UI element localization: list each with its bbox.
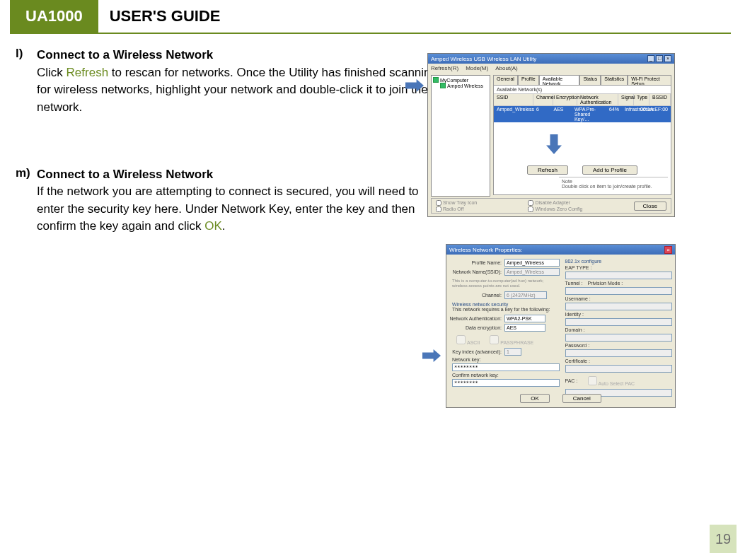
maximize-icon[interactable]: □	[656, 55, 663, 62]
eap-type-select	[565, 272, 673, 279]
note-title: Note	[562, 179, 665, 184]
checkbox-icon[interactable]	[436, 200, 441, 206]
row-channel: 6	[533, 106, 550, 122]
menu-about[interactable]: About(A)	[495, 65, 518, 71]
pac-label: PAC :	[565, 378, 582, 383]
tree-child: Amped Wireless	[447, 83, 483, 88]
security-section-title: Wireless network security	[449, 301, 560, 307]
identity-label: Identity :	[562, 312, 605, 317]
section-l-label: l)	[14, 47, 37, 61]
chk-radio-off[interactable]: Radio Off	[436, 206, 477, 212]
computer-icon	[433, 77, 439, 83]
properties-title: Wireless Network Properties:	[449, 247, 522, 253]
ssid-label: Network Name(SSID):	[449, 269, 504, 274]
row-enc: AES	[550, 106, 571, 122]
username-label: Username :	[562, 296, 605, 301]
domain-label: Domain :	[562, 327, 605, 332]
close-icon[interactable]: ×	[664, 55, 671, 62]
network-key-input[interactable]: ********	[452, 363, 560, 371]
minimize-icon[interactable]: _	[647, 55, 654, 62]
checkbox-icon[interactable]	[528, 200, 533, 206]
ok-word: OK	[204, 219, 222, 233]
tunnel-label: Tunnel :	[562, 281, 587, 286]
refresh-button[interactable]: Refresh	[527, 165, 568, 175]
network-key-label: Network key:	[449, 357, 560, 362]
section-m-text-2: .	[222, 219, 226, 233]
panel-note: Note Double click on item to join/create…	[559, 177, 668, 190]
row-signal: 64%	[606, 106, 622, 122]
menu-mode[interactable]: Mode(M)	[466, 65, 488, 71]
note-text: Double click on item to join/create prof…	[562, 184, 665, 189]
utility-title: Amped Wireless USB Wireless LAN Utility	[431, 56, 536, 62]
section-l-title: Connect to a Wireless Network	[37, 47, 447, 64]
security-req-text: This network requires a key for the foll…	[449, 307, 560, 313]
tree-root: MyComputer	[440, 78, 468, 83]
auth-select[interactable]: WPA2-PSK	[504, 315, 545, 322]
profile-name-label: Profile Name:	[449, 260, 504, 265]
channel-select: 6 (2437MHz)	[504, 291, 547, 299]
username-input	[565, 303, 673, 310]
screenshot-properties-dialog: Wireless Network Properties: × Profile N…	[446, 244, 676, 408]
tab-profile[interactable]: Profile	[518, 75, 539, 85]
provision-label: Privision Mode :	[588, 281, 628, 286]
enc-select[interactable]: AES	[504, 324, 545, 332]
row-ssid: Amped_Wireless	[494, 106, 533, 122]
ssid-input: Amped_Wireless	[504, 268, 560, 276]
available-network-panel: Available Network(s) SSID Channel Encryp…	[493, 85, 671, 195]
network-list-header: SSID Channel Encryption Network Authenti…	[494, 93, 671, 106]
col-encryption: Encryption	[553, 94, 577, 105]
chk-zero-config[interactable]: Windows Zero Config	[528, 206, 582, 212]
tab-available-network[interactable]: Available Network	[539, 75, 580, 85]
properties-left-column: Profile Name:Amped_Wireless Network Name…	[449, 257, 560, 387]
checkbox-icon[interactable]	[436, 206, 441, 212]
brand-badge: UA1000	[10, 0, 98, 33]
ok-button[interactable]: OK	[520, 394, 550, 403]
tab-general[interactable]: General	[493, 75, 518, 85]
utility-bottom-bar: Show Tray Icon Radio Off Disable Adapter…	[431, 198, 671, 214]
section-m-label: m)	[14, 166, 37, 180]
device-tree[interactable]: MyComputer Amped Wireless	[431, 75, 490, 197]
tab-status[interactable]: Status	[579, 75, 601, 85]
password-label: Password :	[562, 343, 605, 348]
cancel-button[interactable]: Cancel	[562, 394, 601, 403]
chk-disable-adapter[interactable]: Disable Adapter	[528, 200, 582, 206]
properties-titlebar: Wireless Network Properties: ×	[446, 245, 675, 255]
identity-input	[565, 318, 673, 326]
col-bssid: BSSID	[649, 94, 671, 105]
menu-refresh[interactable]: Refresh(R)	[431, 65, 458, 71]
col-auth: Network Authentication	[577, 94, 618, 105]
network-row-selected[interactable]: Amped_Wireless 6 AES WPA Pre-Shared Key/…	[494, 106, 671, 122]
col-signal: Signal	[618, 94, 634, 105]
auth-label: Network Authentication:	[449, 316, 504, 321]
profile-name-input[interactable]: Amped_Wireless	[504, 259, 560, 267]
section-m-title: Connect to a Wireless Network	[37, 166, 447, 184]
enc-label: Data encryption:	[449, 325, 504, 330]
chk-show-tray[interactable]: Show Tray Icon	[436, 200, 477, 206]
guide-title: USER'S GUIDE	[98, 0, 232, 33]
page-header: UA1000 USER'S GUIDE	[10, 0, 731, 34]
confirm-key-label: Confirm network key:	[449, 373, 560, 378]
8021x-title: 802.1x configure	[562, 257, 673, 264]
tab-statistics[interactable]: Statistics	[601, 75, 628, 85]
utility-tabs: General Profile Available Network Status…	[493, 75, 671, 85]
checkbox-icon[interactable]	[528, 206, 533, 212]
tab-wps[interactable]: Wi-Fi Protect Setup	[628, 75, 671, 85]
window-buttons: _ □ ×	[647, 55, 671, 62]
tunnel-select	[565, 287, 673, 295]
key-index-select: 1	[504, 348, 521, 356]
utility-titlebar: Amped Wireless USB Wireless LAN Utility …	[428, 54, 674, 64]
add-to-profile-button[interactable]: Add to Profile	[582, 165, 637, 175]
close-button[interactable]: Close	[634, 202, 666, 211]
section-l-text-1: Click	[37, 66, 67, 79]
key-index-label: Key index (advanced):	[449, 349, 504, 354]
properties-right-column: 802.1x configure EAP TYPE : Tunnel : Pri…	[562, 257, 673, 387]
col-ssid: SSID	[494, 94, 533, 105]
utility-menubar: Refresh(R) Mode(M) About(A)	[428, 64, 674, 73]
confirm-key-input[interactable]: ********	[452, 379, 560, 387]
page-number: 19	[710, 525, 737, 553]
row-auth: WPA Pre-Shared Key/…	[572, 106, 606, 122]
auto-select-pac-checkbox: Auto Select PAC	[585, 374, 638, 387]
section-m-text-1: If the network you are attempting to con…	[37, 185, 419, 233]
passphrase-checkbox: PASSPHRASE	[487, 333, 536, 346]
close-icon[interactable]: ×	[664, 246, 672, 254]
